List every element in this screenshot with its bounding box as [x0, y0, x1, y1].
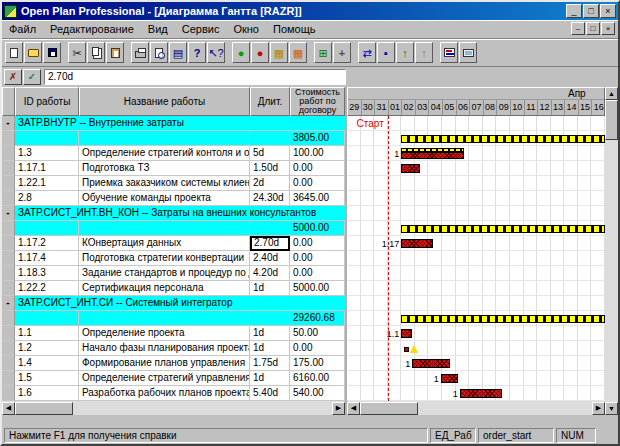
menu-item-5[interactable]: Окно — [226, 21, 266, 37]
gantt-hscroll-track[interactable] — [418, 402, 592, 415]
group-empty-cell[interactable] — [15, 221, 79, 236]
time-analysis-button[interactable]: ⊞ — [314, 42, 332, 63]
task-id-cell[interactable]: 1.5 — [15, 371, 79, 386]
timeline-date-cell[interactable]: 05 — [443, 100, 457, 115]
group-empty-cell[interactable] — [250, 311, 290, 326]
group-empty-cell[interactable] — [15, 311, 79, 326]
gantt-hscrollbar[interactable]: ◀ ▶ — [347, 401, 605, 415]
gantt-view-button[interactable] — [440, 42, 458, 63]
task-duration-cell[interactable]: 2d — [250, 176, 290, 191]
task-id-cell[interactable]: 1.22.2 — [15, 281, 79, 296]
close-button[interactable]: × — [600, 4, 616, 18]
task-id-cell[interactable]: 1.17.2 — [15, 236, 79, 251]
table-hscrollbar[interactable]: ◀ ▶ — [2, 401, 345, 415]
header-name[interactable]: Название работы — [79, 87, 250, 116]
task-id-cell[interactable]: 1.1 — [15, 326, 79, 341]
group-empty-cell[interactable] — [250, 131, 290, 146]
table-scroll-left-button[interactable]: ◀ — [2, 402, 15, 415]
task-cost-cell[interactable]: 0.00 — [290, 266, 345, 281]
edit-value-field[interactable]: 2.70d — [44, 69, 346, 85]
task-id-cell[interactable]: 1.17.4 — [15, 251, 79, 266]
baseline-button[interactable]: ▦ — [270, 42, 288, 63]
scroll-down-button[interactable]: ▼ — [605, 402, 618, 415]
gantt-task-bar[interactable] — [412, 359, 450, 368]
code-button[interactable]: ▪ — [377, 42, 395, 63]
new-file-button[interactable] — [5, 42, 23, 63]
task-name-cell[interactable]: Определение стратегий управления и — [79, 371, 250, 386]
task-duration-cell[interactable]: 1.75d — [250, 356, 290, 371]
selected-duration-cell[interactable]: 2.70d — [250, 236, 290, 251]
timeline-date-cell[interactable]: 11 — [525, 100, 539, 115]
outline-cell[interactable]: - — [2, 116, 15, 131]
library-button[interactable]: ▤ — [169, 42, 187, 63]
timeline-date-cell[interactable]: 31 — [375, 100, 389, 115]
task-cost-cell[interactable]: 6160.00 — [290, 371, 345, 386]
timeline-date-cell[interactable]: 04 — [429, 100, 443, 115]
move-down-button[interactable]: ↑ — [415, 42, 433, 63]
header-duration[interactable]: Длит. — [250, 87, 290, 116]
move-up-button[interactable]: ↑ — [396, 42, 414, 63]
context-help-button[interactable]: ↖? — [207, 42, 225, 63]
task-duration-cell[interactable]: 1d — [250, 281, 290, 296]
header-id[interactable]: ID работы — [15, 87, 79, 116]
menu-item-6[interactable]: Помощь — [266, 21, 323, 37]
task-duration-cell[interactable]: 24.30d — [250, 191, 290, 206]
group-empty-cell[interactable] — [79, 311, 250, 326]
table-hscroll-thumb[interactable] — [15, 402, 73, 415]
menu-item-4[interactable]: Сервис — [175, 21, 227, 37]
header-cost[interactable]: Стоимость работ по договору — [290, 87, 345, 116]
gantt-task-bar[interactable] — [441, 374, 459, 383]
task-id-cell[interactable]: 1.4 — [15, 356, 79, 371]
network-view-button[interactable] — [459, 42, 477, 63]
task-name-cell[interactable]: Приемка заказчиком системы клиент — [79, 176, 250, 191]
print-preview-button[interactable] — [150, 42, 168, 63]
resource-button[interactable]: ▦ — [289, 42, 307, 63]
task-name-cell[interactable]: Определение проекта — [79, 326, 250, 341]
gantt-summary-bar[interactable] — [401, 135, 605, 143]
vertical-scrollbar[interactable]: ▲ ▼ — [605, 87, 618, 415]
task-cost-cell[interactable]: 0.00 — [290, 161, 345, 176]
task-duration-cell[interactable]: 2.40d — [250, 251, 290, 266]
task-duration-cell[interactable]: 1d — [250, 341, 290, 356]
child-restore-button[interactable]: □ — [586, 22, 600, 35]
task-duration-cell[interactable]: 1.50d — [250, 161, 290, 176]
task-name-cell[interactable]: Определение стратегий контоля и отч — [79, 146, 250, 161]
timeline-date-cell[interactable]: 12 — [538, 100, 552, 115]
timeline-date-cell[interactable]: 15 — [579, 100, 593, 115]
vscroll-track[interactable] — [605, 140, 618, 402]
task-id-cell[interactable]: 1.18.3 — [15, 266, 79, 281]
gantt-summary-bar[interactable] — [401, 225, 605, 233]
accept-edit-button[interactable]: ✓ — [23, 69, 41, 85]
timeline-date-cell[interactable]: 02 — [402, 100, 416, 115]
task-name-cell[interactable]: КОнвертация данных — [79, 236, 250, 251]
group-empty-cell[interactable] — [250, 221, 290, 236]
gantt-task-bar[interactable] — [401, 152, 463, 159]
task-name-cell[interactable]: Задание стандартов и процедур по д — [79, 266, 250, 281]
child-close-button[interactable]: × — [601, 22, 615, 35]
task-cost-cell[interactable]: 3645.00 — [290, 191, 345, 206]
menu-item-2[interactable]: Редактирование — [43, 21, 141, 37]
child-minimize-button[interactable]: – — [571, 22, 585, 35]
task-name-cell[interactable]: Разработка рабочих планов проекта — [79, 386, 250, 401]
group-title-cell[interactable]: ЗАТР.СИСТ_ИНТ.ВН_КОН -- Затраты на внешн… — [15, 206, 345, 221]
cut-button[interactable]: ✂ — [68, 42, 86, 63]
gantt-scroll-right-button[interactable]: ▶ — [592, 402, 605, 415]
gantt-scroll-left-button[interactable]: ◀ — [347, 402, 360, 415]
status-date-button[interactable]: ● — [251, 42, 269, 63]
link-activities-button[interactable]: ⇄ — [358, 42, 376, 63]
group-empty-cell[interactable] — [79, 221, 250, 236]
group-title-cell[interactable]: ЗАТР.ВНУТР -- Внутренние затраты — [15, 116, 345, 131]
timeline-date-cell[interactable]: 07 — [470, 100, 484, 115]
task-name-cell[interactable]: Сертификация персонала — [79, 281, 250, 296]
save-button[interactable] — [43, 42, 61, 63]
task-name-cell[interactable]: Обучение команды проекта — [79, 191, 250, 206]
minimize-button[interactable]: _ — [566, 4, 582, 18]
timeline-date-cell[interactable]: 10 — [511, 100, 525, 115]
timeline-date-cell[interactable]: 30 — [362, 100, 376, 115]
task-duration-cell[interactable]: 4.20d — [250, 266, 290, 281]
gantt-task-bar[interactable] — [401, 329, 412, 338]
task-id-cell[interactable]: 1.2 — [15, 341, 79, 356]
gantt-hscroll-thumb[interactable] — [360, 402, 418, 415]
menu-item-3[interactable]: Вид — [141, 21, 175, 37]
task-duration-cell[interactable]: 1d — [250, 326, 290, 341]
